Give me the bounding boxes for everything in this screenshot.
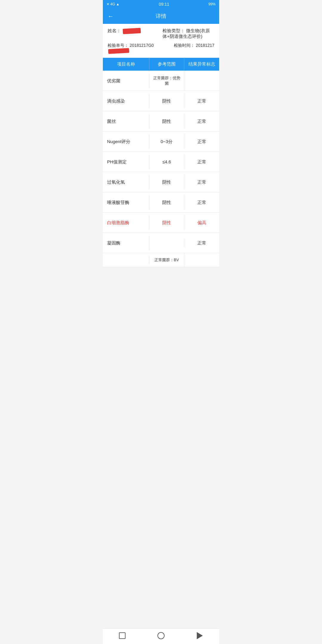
row-name-abnormal: 白细胞脂酶 — [103, 215, 149, 230]
signal-area: ✕ 4G ▲ — [106, 2, 120, 6]
table-row: 优劣菌 正常菌群：优势菌 — [103, 71, 219, 91]
row-ref-abnormal: 阴性 — [149, 215, 184, 230]
row-status: 正常 — [184, 195, 219, 210]
row-name: 优劣菌 — [103, 73, 149, 88]
row-status: 正常 — [184, 154, 219, 169]
time-value: 20181217 — [196, 43, 214, 48]
table-row: 菌丝 阴性 正常 — [103, 111, 219, 131]
row-status — [184, 256, 219, 264]
col-header-status: 结果异常标志 — [184, 58, 219, 71]
name-redacted — [123, 28, 141, 34]
row-ref: 阴性 — [149, 175, 184, 189]
table-row: PH值测定 ≤4.6 正常 — [103, 152, 219, 172]
status-bar: ✕ 4G ▲ 09:11 99% — [103, 0, 219, 8]
row-status: 正常 — [184, 134, 219, 149]
page-title: 详情 — [156, 13, 166, 20]
table-row: 过氧化氢 阴性 正常 — [103, 172, 219, 192]
row-ref: 阴性 — [149, 195, 184, 210]
col-header-ref: 参考范围 — [149, 58, 184, 71]
row-ref: 阴性 — [149, 114, 184, 129]
time-label: 检验时间： — [174, 43, 195, 48]
4g-text: 4G — [110, 2, 115, 6]
row-ref: 阴性 — [149, 94, 184, 108]
table-row: 凝固酶 正常 — [103, 233, 219, 253]
row-name: 菌丝 — [103, 114, 149, 129]
row-name — [103, 256, 149, 264]
table-header: 项目名称 参考范围 结果异常标志 — [103, 58, 219, 71]
table-row-abnormal: 白细胞脂酶 阴性 偏高 — [103, 213, 219, 233]
col-header-name: 项目名称 — [103, 58, 149, 71]
row-name: Nugent评分 — [103, 134, 149, 149]
row-name: 凝固酶 — [103, 236, 149, 250]
row-status: 正常 — [184, 94, 219, 108]
row-ref: 正常菌群：优势菌 — [149, 71, 184, 90]
table-row: 滴虫感染 阴性 正常 — [103, 91, 219, 111]
row-ref: 0~3分 — [149, 134, 184, 149]
order-label: 检验单号： — [108, 43, 129, 48]
table-body: 优劣菌 正常菌群：优势菌 滴虫感染 阴性 正常 菌丝 阴性 正常 Nugent评… — [103, 71, 219, 267]
wifi-icon: ▲ — [116, 2, 120, 6]
name-label: 姓名： — [108, 28, 121, 33]
row-status — [184, 77, 219, 85]
row-status-abnormal: 偏高 — [184, 215, 219, 230]
row-status: 正常 — [184, 236, 219, 250]
row-status: 正常 — [184, 114, 219, 129]
type-label: 检验类型： — [162, 28, 185, 33]
row-ref — [149, 239, 184, 247]
page-header: ← 详情 — [103, 8, 219, 24]
battery-indicator: 99% — [208, 2, 216, 6]
row-name: PH值测定 — [103, 154, 149, 169]
signal-text: ✕ — [106, 2, 109, 6]
back-button[interactable]: ← — [108, 13, 114, 20]
row-name: 唾液酸苷酶 — [103, 195, 149, 210]
row-name: 滴虫感染 — [103, 94, 149, 108]
patient-info: 姓名： 检验类型： 微生物(衣原体+阴道微生态评价) 检验单号： 2018121… — [103, 24, 219, 58]
row-ref: ≤4.6 — [149, 154, 184, 169]
status-time: 09:11 — [159, 2, 169, 7]
table-row: 唾液酸苷酶 阴性 正常 — [103, 192, 219, 213]
table-row: 正常菌群：BV — [103, 253, 219, 267]
row-name: 过氧化氢 — [103, 175, 149, 189]
row-status: 正常 — [184, 175, 219, 189]
row-ref: 正常菌群：BV — [149, 253, 184, 267]
table-row: Nugent评分 0~3分 正常 — [103, 131, 219, 152]
